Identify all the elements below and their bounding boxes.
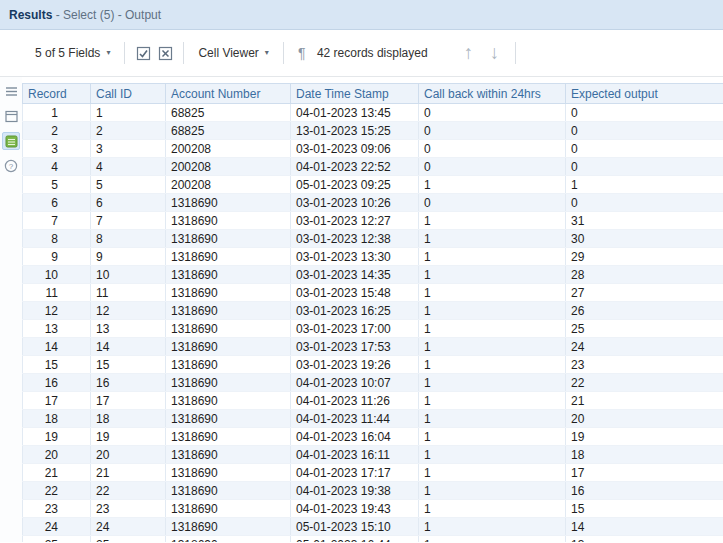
table-cell[interactable]: 04-01-2023 19:38: [291, 482, 419, 500]
table-cell[interactable]: 1: [419, 374, 566, 392]
table-cell[interactable]: 1318690: [166, 464, 291, 482]
table-cell[interactable]: 04-01-2023 10:07: [291, 374, 419, 392]
output-anchor-button[interactable]: [2, 132, 20, 150]
table-cell[interactable]: 1: [419, 482, 566, 500]
table-cell[interactable]: 0: [419, 122, 566, 140]
table-cell[interactable]: 26: [566, 302, 723, 320]
table-cell[interactable]: 1318690: [166, 536, 291, 543]
table-cell[interactable]: 03-01-2023 09:06: [291, 140, 419, 158]
table-cell[interactable]: 68825: [166, 122, 291, 140]
table-cell[interactable]: 10: [91, 266, 166, 284]
table-cell[interactable]: 21: [91, 464, 166, 482]
table-cell[interactable]: 3: [91, 140, 166, 158]
clear-fields-button[interactable]: [154, 42, 176, 64]
record-number-cell[interactable]: 14: [23, 338, 91, 356]
record-number-cell[interactable]: 19: [23, 428, 91, 446]
table-cell[interactable]: 1: [419, 320, 566, 338]
table-cell[interactable]: 14: [566, 518, 723, 536]
table-cell[interactable]: 0: [566, 140, 723, 158]
record-number-cell[interactable]: 7: [23, 212, 91, 230]
column-header[interactable]: Date Time Stamp: [291, 84, 419, 104]
table-cell[interactable]: 20: [91, 446, 166, 464]
table-cell[interactable]: 1: [566, 176, 723, 194]
table-cell[interactable]: 1318690: [166, 284, 291, 302]
table-cell[interactable]: 23: [91, 500, 166, 518]
list-view-button[interactable]: [2, 82, 20, 100]
arrow-up-button[interactable]: ↑: [458, 41, 480, 65]
table-cell[interactable]: 03-01-2023 15:48: [291, 284, 419, 302]
record-number-cell[interactable]: 20: [23, 446, 91, 464]
table-cell[interactable]: 1318690: [166, 194, 291, 212]
record-number-cell[interactable]: 25: [23, 536, 91, 543]
table-cell[interactable]: 03-01-2023 12:27: [291, 212, 419, 230]
record-number-cell[interactable]: 1: [23, 104, 91, 122]
table-cell[interactable]: 1: [419, 464, 566, 482]
table-cell[interactable]: 23: [566, 356, 723, 374]
column-header[interactable]: Expected output: [566, 84, 723, 104]
table-cell[interactable]: 200208: [166, 158, 291, 176]
table-cell[interactable]: 4: [91, 158, 166, 176]
table-cell[interactable]: 68825: [166, 104, 291, 122]
table-cell[interactable]: 05-01-2023 09:25: [291, 176, 419, 194]
table-cell[interactable]: 1: [419, 284, 566, 302]
table-cell[interactable]: 27: [566, 284, 723, 302]
table-cell[interactable]: 0: [566, 158, 723, 176]
column-header[interactable]: Call back within 24hrs: [419, 84, 566, 104]
table-cell[interactable]: 24: [91, 518, 166, 536]
table-cell[interactable]: 03-01-2023 12:38: [291, 230, 419, 248]
table-cell[interactable]: 1318690: [166, 518, 291, 536]
table-cell[interactable]: 1: [419, 302, 566, 320]
table-cell[interactable]: 1318690: [166, 320, 291, 338]
table-cell[interactable]: 1318690: [166, 446, 291, 464]
help-button[interactable]: ?: [2, 157, 20, 175]
table-cell[interactable]: 03-01-2023 19:26: [291, 356, 419, 374]
record-number-cell[interactable]: 6: [23, 194, 91, 212]
table-cell[interactable]: 1: [419, 338, 566, 356]
show-whitespace-button[interactable]: ¶: [291, 42, 313, 64]
table-cell[interactable]: 1318690: [166, 374, 291, 392]
table-cell[interactable]: 14: [91, 338, 166, 356]
table-cell[interactable]: 0: [419, 140, 566, 158]
table-cell[interactable]: 1: [419, 446, 566, 464]
table-cell[interactable]: 1318690: [166, 230, 291, 248]
table-cell[interactable]: 24: [566, 338, 723, 356]
table-cell[interactable]: 1: [91, 104, 166, 122]
record-number-cell[interactable]: 15: [23, 356, 91, 374]
table-cell[interactable]: 1: [419, 176, 566, 194]
table-cell[interactable]: 04-01-2023 11:26: [291, 392, 419, 410]
table-cell[interactable]: 03-01-2023 16:25: [291, 302, 419, 320]
table-cell[interactable]: 1: [419, 248, 566, 266]
table-cell[interactable]: 29: [566, 248, 723, 266]
table-cell[interactable]: 17: [91, 392, 166, 410]
table-cell[interactable]: 13-01-2023 15:25: [291, 122, 419, 140]
record-number-cell[interactable]: 21: [23, 464, 91, 482]
table-cell[interactable]: 5: [91, 176, 166, 194]
table-cell[interactable]: 6: [91, 194, 166, 212]
table-cell[interactable]: 1: [419, 518, 566, 536]
record-number-cell[interactable]: 13: [23, 320, 91, 338]
table-cell[interactable]: 20: [566, 410, 723, 428]
table-cell[interactable]: 0: [566, 104, 723, 122]
select-fields-button[interactable]: [132, 42, 154, 64]
table-cell[interactable]: 1318690: [166, 302, 291, 320]
table-cell[interactable]: 03-01-2023 10:26: [291, 194, 419, 212]
cell-viewer-dropdown[interactable]: Cell Viewer ▾: [191, 40, 275, 66]
table-cell[interactable]: 25: [91, 536, 166, 543]
table-cell[interactable]: 0: [566, 122, 723, 140]
table-cell[interactable]: 30: [566, 230, 723, 248]
table-cell[interactable]: 19: [91, 428, 166, 446]
record-number-cell[interactable]: 10: [23, 266, 91, 284]
table-cell[interactable]: 15: [566, 500, 723, 518]
table-cell[interactable]: 0: [419, 194, 566, 212]
table-cell[interactable]: 200208: [166, 140, 291, 158]
table-cell[interactable]: 1: [419, 266, 566, 284]
table-cell[interactable]: 04-01-2023 19:43: [291, 500, 419, 518]
table-cell[interactable]: 22: [91, 482, 166, 500]
table-cell[interactable]: 03-01-2023 13:30: [291, 248, 419, 266]
table-cell[interactable]: 28: [566, 266, 723, 284]
record-number-cell[interactable]: 22: [23, 482, 91, 500]
table-cell[interactable]: 1318690: [166, 428, 291, 446]
table-cell[interactable]: 1318690: [166, 266, 291, 284]
table-cell[interactable]: 9: [91, 248, 166, 266]
record-number-cell[interactable]: 17: [23, 392, 91, 410]
